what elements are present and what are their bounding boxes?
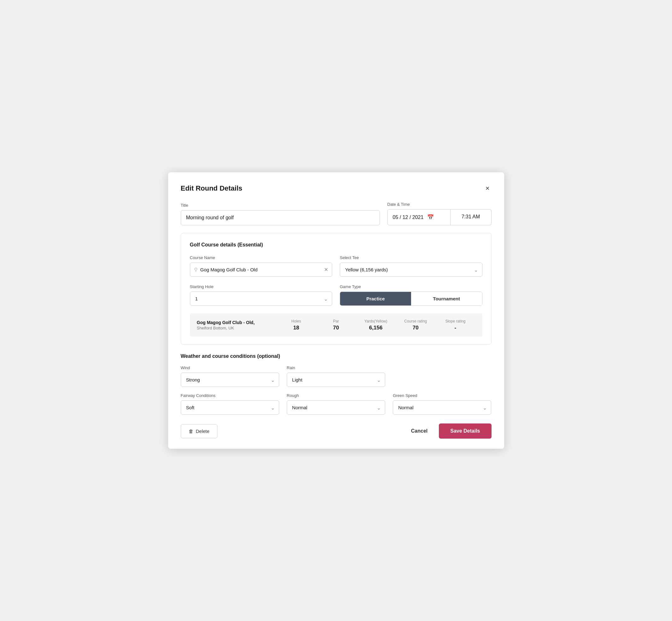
select-tee-dropdown[interactable]: Yellow (6,156 yards) White Red Blue bbox=[340, 262, 482, 277]
course-info-location: Shelford Bottom, UK bbox=[197, 326, 277, 330]
delete-button[interactable]: 🗑 Delete bbox=[181, 424, 217, 438]
rough-dropdown[interactable]: SoftNormalFirmHard bbox=[287, 401, 385, 415]
save-button[interactable]: Save Details bbox=[439, 423, 491, 439]
holes-value: 18 bbox=[277, 325, 316, 331]
holes-stat: Holes 18 bbox=[277, 319, 316, 331]
fairway-select-wrap: SoftNormalFirmHard ⌄ bbox=[181, 401, 279, 415]
slope-rating-stat: Slope rating - bbox=[435, 319, 475, 331]
title-label: Title bbox=[181, 203, 380, 208]
date-field[interactable]: 05 / 12 / 2021 📅 bbox=[387, 209, 451, 225]
yards-stat: Yards(Yellow) 6,156 bbox=[356, 319, 395, 331]
starting-hole-group: Starting Hole 1234 5678 910 ⌄ bbox=[190, 284, 333, 306]
green-speed-select-wrap: SlowNormalFastVery Fast ⌄ bbox=[393, 401, 491, 415]
starting-hole-wrap: 1234 5678 910 ⌄ bbox=[190, 292, 333, 306]
course-name-input[interactable] bbox=[200, 263, 324, 277]
golf-course-section: Golf Course details (Essential) Course N… bbox=[181, 233, 492, 344]
edit-round-modal: Edit Round Details × Title Date & Time 0… bbox=[168, 172, 504, 449]
game-type-toggle: Practice Tournament bbox=[340, 292, 482, 306]
course-tee-row: Course Name ⚲ ✕ Select Tee Yellow (6,156… bbox=[190, 255, 482, 277]
weather-section: Weather and course conditions (optional)… bbox=[181, 354, 492, 415]
datetime-group: 05 / 12 / 2021 📅 7:31 AM bbox=[387, 209, 492, 225]
slope-rating-label: Slope rating bbox=[435, 319, 475, 323]
yards-value: 6,156 bbox=[356, 325, 395, 331]
golf-course-section-title: Golf Course details (Essential) bbox=[190, 242, 482, 248]
footer-right: Cancel Save Details bbox=[409, 423, 492, 439]
course-info-bar: Gog Magog Golf Club - Old, Shelford Bott… bbox=[190, 313, 482, 337]
course-rating-value: 70 bbox=[395, 325, 435, 331]
course-name-clear-button[interactable]: ✕ bbox=[324, 266, 328, 273]
tournament-button[interactable]: Tournament bbox=[411, 292, 482, 305]
fairway-group: Fairway Conditions SoftNormalFirmHard ⌄ bbox=[181, 393, 279, 415]
weather-spacer bbox=[393, 365, 491, 387]
date-value: 05 / 12 / 2021 bbox=[393, 215, 424, 220]
fairway-label: Fairway Conditions bbox=[181, 393, 279, 398]
course-rating-stat: Course rating 70 bbox=[395, 319, 435, 331]
datetime-field-group: Date & Time 05 / 12 / 2021 📅 7:31 AM bbox=[387, 202, 492, 225]
wind-dropdown[interactable]: NoneLightModerateStrong bbox=[181, 373, 279, 387]
course-rating-label: Course rating bbox=[395, 319, 435, 323]
starting-hole-label: Starting Hole bbox=[190, 284, 333, 289]
search-icon: ⚲ bbox=[194, 266, 198, 273]
wind-select-wrap: NoneLightModerateStrong ⌄ bbox=[181, 373, 279, 387]
weather-section-title: Weather and course conditions (optional) bbox=[181, 354, 492, 359]
yards-label: Yards(Yellow) bbox=[356, 319, 395, 323]
delete-label: Delete bbox=[196, 428, 209, 434]
rough-label: Rough bbox=[287, 393, 385, 398]
rain-label: Rain bbox=[287, 365, 385, 370]
rough-select-wrap: SoftNormalFirmHard ⌄ bbox=[287, 401, 385, 415]
close-button[interactable]: × bbox=[484, 184, 492, 193]
course-name-input-wrap: ⚲ ✕ bbox=[190, 262, 333, 277]
green-speed-group: Green Speed SlowNormalFastVery Fast ⌄ bbox=[393, 393, 491, 415]
title-input[interactable] bbox=[181, 210, 380, 225]
course-info-name: Gog Magog Golf Club - Old, Shelford Bott… bbox=[197, 320, 277, 330]
time-value: 7:31 AM bbox=[462, 214, 480, 219]
cancel-button[interactable]: Cancel bbox=[409, 425, 430, 437]
course-name-label: Course Name bbox=[190, 255, 333, 260]
title-datetime-row: Title Date & Time 05 / 12 / 2021 📅 7:31 … bbox=[181, 202, 492, 225]
rain-select-wrap: NoneLightModerateHeavy ⌄ bbox=[287, 373, 385, 387]
rough-group: Rough SoftNormalFirmHard ⌄ bbox=[287, 393, 385, 415]
time-field[interactable]: 7:31 AM bbox=[451, 209, 492, 225]
slope-rating-value: - bbox=[435, 325, 475, 331]
datetime-label: Date & Time bbox=[387, 202, 492, 207]
course-info-name-main: Gog Magog Golf Club - Old, bbox=[197, 320, 277, 325]
title-field-group: Title bbox=[181, 203, 380, 225]
rain-dropdown[interactable]: NoneLightModerateHeavy bbox=[287, 373, 385, 387]
select-tee-label: Select Tee bbox=[340, 255, 482, 260]
select-tee-group: Select Tee Yellow (6,156 yards) White Re… bbox=[340, 255, 482, 277]
modal-title: Edit Round Details bbox=[181, 184, 243, 193]
fairway-rough-green-row: Fairway Conditions SoftNormalFirmHard ⌄ … bbox=[181, 393, 492, 415]
calendar-icon: 📅 bbox=[427, 214, 434, 220]
hole-gametype-row: Starting Hole 1234 5678 910 ⌄ Game Type … bbox=[190, 284, 482, 306]
footer-row: 🗑 Delete Cancel Save Details bbox=[181, 423, 492, 439]
practice-button[interactable]: Practice bbox=[340, 292, 411, 305]
trash-icon: 🗑 bbox=[189, 428, 194, 434]
holes-label: Holes bbox=[277, 319, 316, 323]
select-tee-wrap: Yellow (6,156 yards) White Red Blue ⌄ bbox=[340, 262, 482, 277]
wind-rain-row: Wind NoneLightModerateStrong ⌄ Rain None… bbox=[181, 365, 492, 387]
green-speed-dropdown[interactable]: SlowNormalFastVery Fast bbox=[393, 401, 491, 415]
wind-group: Wind NoneLightModerateStrong ⌄ bbox=[181, 365, 279, 387]
wind-label: Wind bbox=[181, 365, 279, 370]
game-type-group: Game Type Practice Tournament bbox=[340, 284, 482, 306]
modal-header: Edit Round Details × bbox=[181, 184, 492, 193]
par-value: 70 bbox=[316, 325, 356, 331]
par-label: Par bbox=[316, 319, 356, 323]
starting-hole-dropdown[interactable]: 1234 5678 910 bbox=[190, 292, 333, 306]
fairway-dropdown[interactable]: SoftNormalFirmHard bbox=[181, 401, 279, 415]
game-type-label: Game Type bbox=[340, 284, 482, 289]
par-stat: Par 70 bbox=[316, 319, 356, 331]
green-speed-label: Green Speed bbox=[393, 393, 491, 398]
rain-group: Rain NoneLightModerateHeavy ⌄ bbox=[287, 365, 385, 387]
course-name-group: Course Name ⚲ ✕ bbox=[190, 255, 333, 277]
